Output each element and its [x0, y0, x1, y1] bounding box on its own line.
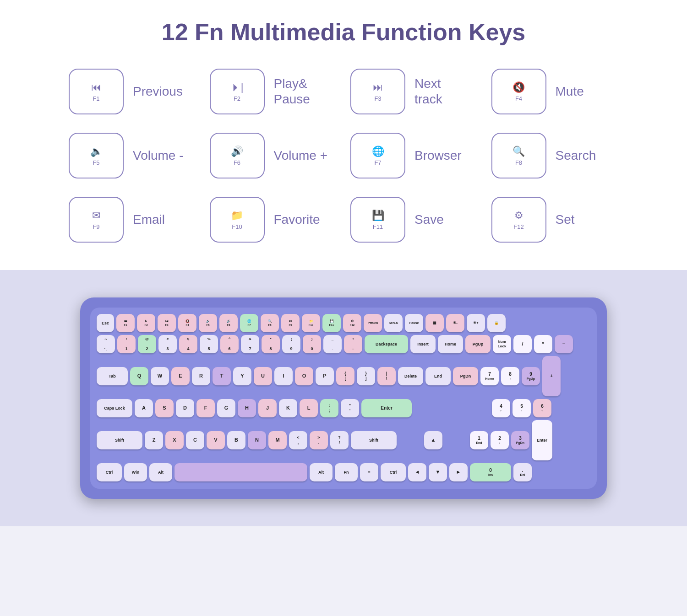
- key-e[interactable]: E: [171, 367, 190, 385]
- key-r[interactable]: R: [192, 367, 210, 385]
- key-end[interactable]: End: [425, 367, 451, 385]
- fn-key-f9[interactable]: ✉ F9: [69, 197, 124, 243]
- key-backspace[interactable]: Backspace: [365, 335, 408, 353]
- fn-key-f2[interactable]: ⏵| F2: [210, 69, 265, 114]
- key-delete[interactable]: Delete: [398, 367, 423, 385]
- key-esc[interactable]: Esc: [97, 314, 114, 332]
- key-lbracket[interactable]: {[: [336, 367, 354, 385]
- fn-key-f6[interactable]: 🔊 F6: [210, 133, 265, 178]
- key-f6[interactable]: 🔊F6: [219, 314, 238, 332]
- key-backslash[interactable]: |\: [377, 367, 396, 385]
- key-v[interactable]: V: [207, 431, 225, 449]
- key-3[interactable]: #3: [158, 335, 177, 353]
- key-c[interactable]: C: [186, 431, 204, 449]
- key-num-minus[interactable]: −: [555, 335, 573, 353]
- key-f2[interactable]: ⏵F2: [137, 314, 155, 332]
- key-minus[interactable]: _-: [323, 335, 342, 353]
- key-d[interactable]: D: [176, 399, 194, 417]
- key-f5[interactable]: 🔈F5: [199, 314, 217, 332]
- key-insert[interactable]: Insert: [410, 335, 436, 353]
- key-j[interactable]: J: [258, 399, 277, 417]
- key-shift-right[interactable]: Shift: [351, 431, 397, 449]
- key-pgup[interactable]: PgUp: [465, 335, 491, 353]
- fn-key-f1[interactable]: ⏮ F1: [69, 69, 124, 114]
- key-7[interactable]: &7: [241, 335, 259, 353]
- fn-key-f7[interactable]: 🌐 F7: [350, 133, 405, 178]
- key-f7[interactable]: 🌐F7: [240, 314, 258, 332]
- key-calc[interactable]: ▦: [425, 314, 444, 332]
- key-f[interactable]: F: [196, 399, 215, 417]
- key-4[interactable]: $4: [179, 335, 197, 353]
- key-comma[interactable]: <,: [289, 431, 307, 449]
- key-l[interactable]: L: [300, 399, 318, 417]
- key-f9[interactable]: ✉F9: [281, 314, 300, 332]
- key-i[interactable]: I: [274, 367, 293, 385]
- key-tab[interactable]: Tab: [97, 367, 128, 385]
- fn-key-f11[interactable]: 💾 F11: [350, 197, 405, 243]
- key-alt-left[interactable]: Alt: [149, 463, 172, 481]
- key-9[interactable]: (9: [282, 335, 300, 353]
- key-f1[interactable]: ⏮F1: [116, 314, 135, 332]
- key-num-slash[interactable]: /: [513, 335, 532, 353]
- key-pause[interactable]: Pause: [405, 314, 423, 332]
- key-home[interactable]: Home: [438, 335, 463, 353]
- key-h[interactable]: H: [238, 399, 256, 417]
- key-num-9[interactable]: 9PgUp: [522, 367, 540, 385]
- key-arrow-left[interactable]: ◄: [408, 463, 426, 481]
- key-space[interactable]: [174, 463, 307, 481]
- key-num-6[interactable]: 6→: [533, 399, 551, 417]
- key-arrow-right[interactable]: ►: [449, 463, 468, 481]
- key-f11[interactable]: 💾F11: [322, 314, 341, 332]
- key-period[interactable]: >.: [310, 431, 328, 449]
- key-k[interactable]: K: [279, 399, 297, 417]
- key-g[interactable]: G: [217, 399, 235, 417]
- key-a[interactable]: A: [135, 399, 153, 417]
- key-ctrl-left[interactable]: Ctrl: [97, 463, 122, 481]
- key-m[interactable]: M: [268, 431, 287, 449]
- key-pgdn[interactable]: PgDn: [453, 367, 478, 385]
- key-f8[interactable]: 🔍F8: [261, 314, 279, 332]
- key-num-plus[interactable]: +: [542, 356, 561, 396]
- fn-key-f3[interactable]: ⏭ F3: [350, 69, 405, 114]
- key-5[interactable]: %5: [200, 335, 218, 353]
- key-b[interactable]: B: [227, 431, 245, 449]
- key-alt-right[interactable]: Alt: [310, 463, 333, 481]
- key-f4[interactable]: 🔇F4: [178, 314, 196, 332]
- key-x[interactable]: X: [165, 431, 184, 449]
- key-rbracket[interactable]: }]: [357, 367, 375, 385]
- key-arrow-up[interactable]: ▲: [424, 431, 442, 449]
- key-bright-up[interactable]: ☀+: [467, 314, 485, 332]
- key-num-1[interactable]: 1End: [470, 431, 488, 449]
- key-num-lock[interactable]: NumLock: [493, 335, 511, 353]
- fn-key-f8[interactable]: 🔍 F8: [491, 133, 546, 178]
- key-q[interactable]: Q: [130, 367, 148, 385]
- key-t[interactable]: T: [213, 367, 231, 385]
- fn-key-f4[interactable]: 🔇 F4: [491, 69, 546, 114]
- key-slash[interactable]: ?/: [330, 431, 349, 449]
- key-lock[interactable]: 🔒: [487, 314, 506, 332]
- key-ctrl-right[interactable]: Ctrl: [381, 463, 406, 481]
- key-num-3[interactable]: 3PgDn: [511, 431, 529, 449]
- key-num-8[interactable]: 8↑: [501, 367, 519, 385]
- key-8[interactable]: *8: [262, 335, 280, 353]
- key-bright-down[interactable]: ☀-: [446, 314, 464, 332]
- key-num-5[interactable]: 5·: [513, 399, 531, 417]
- key-tilde[interactable]: ~` .: [97, 335, 115, 353]
- key-num-dot[interactable]: .Del: [513, 463, 532, 481]
- key-1[interactable]: !1: [117, 335, 136, 353]
- fn-key-f12[interactable]: ⚙ F12: [491, 197, 546, 243]
- key-num-enter[interactable]: Enter: [532, 420, 552, 460]
- key-semicolon[interactable]: :;: [320, 399, 338, 417]
- key-fn[interactable]: Fn: [335, 463, 358, 481]
- key-shift-left[interactable]: Shift: [97, 431, 142, 449]
- key-w[interactable]: W: [151, 367, 169, 385]
- key-arrow-down[interactable]: ▼: [429, 463, 447, 481]
- key-num-0[interactable]: 0Ins: [470, 463, 511, 481]
- key-num-7[interactable]: 7Home: [480, 367, 499, 385]
- key-caps-lock[interactable]: Caps Lock: [97, 399, 132, 417]
- key-num-4[interactable]: 4←: [492, 399, 510, 417]
- fn-key-f10[interactable]: 📁 F10: [210, 197, 265, 243]
- key-0[interactable]: )0: [303, 335, 321, 353]
- key-menu[interactable]: ≡: [360, 463, 378, 481]
- key-f3[interactable]: ⏭F3: [158, 314, 176, 332]
